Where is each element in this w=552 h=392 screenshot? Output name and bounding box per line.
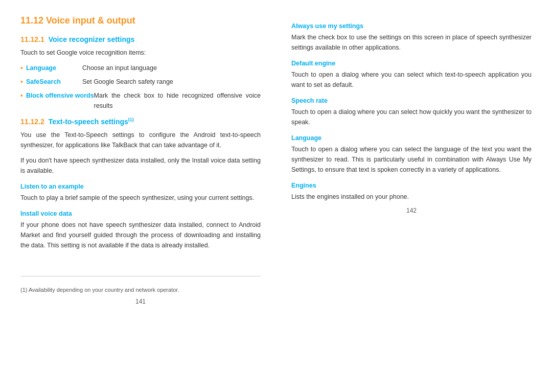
- left-column: 11.12 Voice input & output 11.12.1 Voice…: [20, 15, 276, 382]
- footnote-area: (1) Availability depending on your count…: [20, 276, 261, 293]
- bullet-term-safesearch: SafeSearch: [26, 77, 82, 87]
- bullet-dot: •: [20, 90, 23, 101]
- bullet-term-block: Block offensive words: [26, 90, 94, 101]
- page-number-left: 141: [20, 298, 261, 305]
- language-text: Touch to open a dialog where you can sel…: [291, 144, 532, 175]
- page-number-right: 142: [291, 207, 532, 214]
- list-item: • SafeSearch Set Google Search safety ra…: [20, 77, 261, 87]
- speech-text: Touch to open a dialog where you can sel…: [291, 107, 532, 127]
- chapter-title: 11.12 Voice input & output: [20, 15, 261, 26]
- bullet-desc-language: Choose an input language: [82, 63, 157, 73]
- footnote-text: (1) Availability depending on your count…: [20, 287, 261, 293]
- bullet-desc-safesearch: Set Google Search safety range: [82, 77, 173, 87]
- list-item: • Block offensive words Mark the check b…: [20, 90, 261, 111]
- section-1121-header: 11.12.1 Voice recognizer settings: [20, 35, 261, 43]
- tts-para1: You use the Text-to-Speech settings to c…: [20, 130, 261, 150]
- engines-heading: Engines: [291, 182, 532, 189]
- engines-text: Lists the engines installed on your phon…: [291, 192, 532, 202]
- section-1121-title: Voice recognizer settings: [49, 35, 135, 43]
- default-heading: Default engine: [291, 60, 532, 67]
- language-heading: Language: [291, 134, 532, 142]
- install-text: If your phone does not have speech synth…: [20, 220, 261, 250]
- install-heading: Install voice data: [20, 210, 261, 217]
- bullet-desc-block: Mark the check box to hide recognized of…: [94, 90, 261, 111]
- always-heading: Always use my settings: [291, 22, 532, 30]
- list-item: • Language Choose an input language: [20, 63, 261, 74]
- section-1121-num: 11.12.1: [20, 35, 44, 43]
- default-text: Touch to open a dialog where you can sel…: [291, 70, 532, 90]
- footnote-ref: (1): [128, 117, 134, 122]
- always-text: Mark the check box to use the settings o…: [291, 32, 532, 53]
- bullet-term-language: Language: [26, 63, 82, 73]
- tts-para2: If you don't have speech synthesizer dat…: [20, 155, 261, 176]
- bullet-dot: •: [20, 77, 23, 87]
- listen-text: Touch to play a brief sample of the spee…: [20, 193, 261, 203]
- speech-heading: Speech rate: [291, 97, 532, 104]
- bullet-dot: •: [20, 63, 23, 74]
- page-container: 11.12 Voice input & output 11.12.1 Voice…: [0, 0, 552, 392]
- bullet-list: • Language Choose an input language • Sa…: [20, 63, 261, 111]
- section-1122-header: 11.12.2 Text-to-speech settings(1): [20, 117, 261, 126]
- section-1122-title: Text-to-speech settings(1): [49, 117, 134, 126]
- right-column: Always use my settings Mark the check bo…: [276, 15, 532, 382]
- section-1122-num: 11.12.2: [20, 118, 44, 126]
- intro-text: Touch to set Google voice recognition it…: [20, 48, 261, 58]
- listen-heading: Listen to an example: [20, 183, 261, 190]
